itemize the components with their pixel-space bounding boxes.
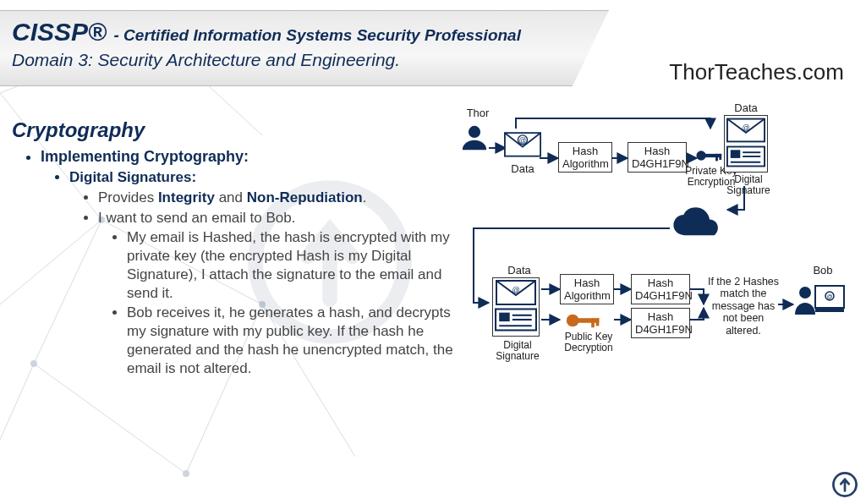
key-icon-public xyxy=(565,311,602,330)
bullet-implementing: Implementing Cryptography: xyxy=(41,147,460,167)
svg-point-29 xyxy=(696,151,705,160)
svg-rect-52 xyxy=(815,308,844,312)
envelope-small-icon: @ xyxy=(726,118,765,143)
section-heading: Cryptography xyxy=(12,118,460,142)
svg-point-12 xyxy=(183,470,189,477)
hash-value-box-bottom2: Hash D4GH1F9N xyxy=(631,308,690,338)
bullet-provides: Provides Integrity and Non-Repudiation. xyxy=(98,189,460,207)
sender-label: Thor xyxy=(457,107,499,119)
envelope-small-icon: @ xyxy=(495,280,537,305)
domain-line: Domain 3: Security Architecture and Engi… xyxy=(12,50,584,70)
title-sub: - Certified Information Systems Security… xyxy=(113,26,520,44)
svg-point-53 xyxy=(799,287,811,299)
receiver-label: Bob xyxy=(802,264,844,277)
svg-point-25 xyxy=(469,126,480,138)
svg-rect-49 xyxy=(591,318,595,327)
svg-rect-43 xyxy=(499,313,510,321)
bullet-digital-signatures: Digital Signatures: xyxy=(69,168,460,187)
data-label-top: Data xyxy=(504,162,541,175)
user-icon xyxy=(460,123,489,152)
svg-text:@: @ xyxy=(512,286,519,294)
signature-card-icon xyxy=(495,308,537,331)
digital-signature-label-bottom: Digital Signature xyxy=(485,340,550,362)
svg-text:@: @ xyxy=(743,123,750,132)
key-icon xyxy=(695,147,724,164)
svg-rect-30 xyxy=(704,154,721,157)
svg-line-3 xyxy=(34,364,186,474)
user-at-computer-icon: @ xyxy=(795,281,846,323)
public-key-label: Public Key Decryption xyxy=(555,331,622,353)
svg-rect-32 xyxy=(719,154,721,160)
svg-rect-48 xyxy=(578,318,600,323)
hash-algorithm-box-bottom: Hash Algorithm xyxy=(560,274,614,304)
hash-value-box-top: Hash D4GH1F9N xyxy=(628,142,687,173)
signature-diagram: Thor @ Data Hash Algorithm Hash D4GH1F9N… xyxy=(457,101,863,490)
bullet-step-send: My email is Hashed, the hash is encrypte… xyxy=(127,228,460,302)
signed-package-bottom: @ xyxy=(492,277,540,337)
svg-text:@: @ xyxy=(519,137,526,145)
bullet-step-receive: Bob receives it, he generates a hash, an… xyxy=(127,304,460,377)
svg-text:@: @ xyxy=(826,293,832,299)
bullet-send-email: I want to send an email to Bob. xyxy=(98,209,460,227)
svg-point-47 xyxy=(567,315,579,327)
data-label-top-right: Data xyxy=(721,101,771,114)
title-banner: CISSP® - Certified Information Systems S… xyxy=(0,10,609,86)
hash-value-box-bottom1: Hash D4GH1F9N xyxy=(631,274,690,304)
match-text: If the 2 Hashes match the message has no… xyxy=(707,276,780,337)
digital-signature-label-top: Digital Signature xyxy=(719,174,778,196)
brand-text: ThorTeaches.com xyxy=(669,59,844,85)
signed-package-top: @ xyxy=(724,115,768,173)
content-column: Cryptography Implementing Cryptography: … xyxy=(12,118,460,379)
svg-rect-36 xyxy=(731,150,741,158)
envelope-icon: @ xyxy=(504,127,541,161)
title-main: CISSP® xyxy=(12,18,107,46)
hash-algorithm-box-top: Hash Algorithm xyxy=(558,142,612,173)
svg-rect-50 xyxy=(596,318,600,326)
data-label-bottom: Data xyxy=(494,264,545,277)
cloud-icon xyxy=(670,205,729,244)
svg-rect-31 xyxy=(715,154,718,162)
signature-card-icon xyxy=(726,145,765,167)
